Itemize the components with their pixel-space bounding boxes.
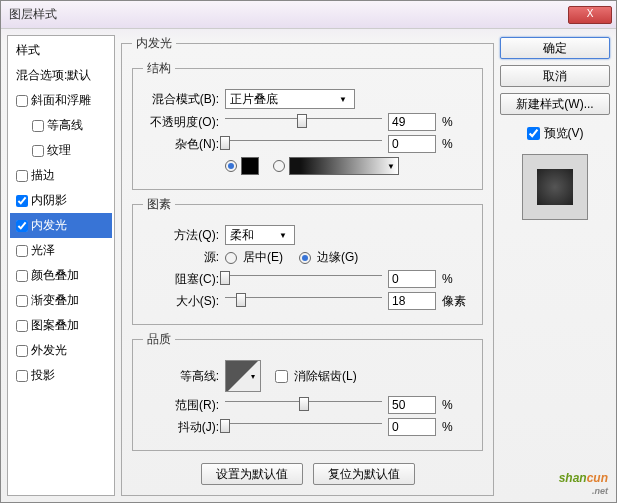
opacity-label: 不透明度(O): (143, 114, 219, 131)
blend-mode-dropdown[interactable]: 正片叠底 ▼ (225, 89, 355, 109)
jitter-input[interactable] (388, 418, 436, 436)
source-edge-label: 边缘(G) (317, 249, 358, 266)
noise-slider[interactable] (225, 136, 382, 152)
jitter-slider[interactable] (225, 419, 382, 435)
style-checkbox[interactable] (16, 95, 28, 107)
noise-label: 杂色(N): (143, 136, 219, 153)
preview-box (522, 154, 588, 220)
style-checkbox[interactable] (32, 120, 44, 132)
source-center-label: 居中(E) (243, 249, 283, 266)
style-item[interactable]: 渐变叠加 (10, 288, 112, 313)
style-item[interactable]: 斜面和浮雕 (10, 88, 112, 113)
cancel-button[interactable]: 取消 (500, 65, 610, 87)
style-item[interactable]: 等高线 (10, 113, 112, 138)
size-input[interactable] (388, 292, 436, 310)
style-checkbox[interactable] (16, 220, 28, 232)
choke-slider[interactable] (225, 271, 382, 287)
opacity-input[interactable] (388, 113, 436, 131)
technique-dropdown[interactable]: 柔和 ▼ (225, 225, 295, 245)
style-item[interactable]: 纹理 (10, 138, 112, 163)
reset-default-button[interactable]: 复位为默认值 (313, 463, 415, 485)
quality-group: 品质 等高线: ▾ 消除锯齿(L) 范围(R): % 抖动(J): (132, 331, 483, 451)
antialias-checkbox[interactable] (275, 370, 288, 383)
contour-picker[interactable]: ▾ (225, 360, 261, 392)
style-checkbox[interactable] (16, 245, 28, 257)
source-label: 源: (143, 249, 219, 266)
blend-mode-label: 混合模式(B): (143, 91, 219, 108)
size-unit: 像素 (442, 293, 472, 310)
style-label: 斜面和浮雕 (31, 92, 91, 109)
watermark: shancun .net (559, 468, 608, 496)
range-input[interactable] (388, 396, 436, 414)
style-item[interactable]: 外发光 (10, 338, 112, 363)
style-item[interactable]: 内阴影 (10, 188, 112, 213)
elements-legend: 图素 (143, 196, 175, 213)
styles-header[interactable]: 样式 (10, 38, 112, 63)
color-swatch[interactable] (241, 157, 259, 175)
antialias-label: 消除锯齿(L) (294, 368, 357, 385)
choke-label: 阻塞(C): (143, 271, 219, 288)
blending-options[interactable]: 混合选项:默认 (10, 63, 112, 88)
style-item[interactable]: 颜色叠加 (10, 263, 112, 288)
style-label: 渐变叠加 (31, 292, 79, 309)
style-label: 内发光 (31, 217, 67, 234)
structure-group: 结构 混合模式(B): 正片叠底 ▼ 不透明度(O): % (132, 60, 483, 190)
effect-panel: 内发光 结构 混合模式(B): 正片叠底 ▼ 不透明度(O): (121, 35, 494, 496)
elements-group: 图素 方法(Q): 柔和 ▼ 源: 居中(E) 边缘(G) (132, 196, 483, 325)
gradient-radio[interactable] (273, 160, 285, 172)
style-checkbox[interactable] (16, 320, 28, 332)
range-unit: % (442, 398, 472, 412)
size-label: 大小(S): (143, 293, 219, 310)
opacity-slider[interactable] (225, 114, 382, 130)
source-center-radio[interactable] (225, 252, 237, 264)
chevron-down-icon: ▼ (384, 162, 398, 171)
style-label: 纹理 (47, 142, 71, 159)
chevron-down-icon: ▼ (336, 95, 350, 104)
style-label: 颜色叠加 (31, 267, 79, 284)
close-button[interactable]: X (568, 6, 612, 24)
styles-list: 样式 混合选项:默认 斜面和浮雕等高线纹理描边内阴影内发光光泽颜色叠加渐变叠加图… (7, 35, 115, 496)
contour-label: 等高线: (143, 368, 219, 385)
style-checkbox[interactable] (16, 345, 28, 357)
range-label: 范围(R): (143, 397, 219, 414)
opacity-unit: % (442, 115, 472, 129)
style-checkbox[interactable] (32, 145, 44, 157)
style-checkbox[interactable] (16, 195, 28, 207)
jitter-label: 抖动(J): (143, 419, 219, 436)
noise-unit: % (442, 137, 472, 151)
style-item[interactable]: 投影 (10, 363, 112, 388)
technique-label: 方法(Q): (143, 227, 219, 244)
style-checkbox[interactable] (16, 170, 28, 182)
style-label: 光泽 (31, 242, 55, 259)
color-radio[interactable] (225, 160, 237, 172)
preview-label: 预览(V) (544, 125, 584, 142)
structure-legend: 结构 (143, 60, 175, 77)
style-item[interactable]: 图案叠加 (10, 313, 112, 338)
style-label: 描边 (31, 167, 55, 184)
jitter-unit: % (442, 420, 472, 434)
ok-button[interactable]: 确定 (500, 37, 610, 59)
style-checkbox[interactable] (16, 370, 28, 382)
style-item[interactable]: 光泽 (10, 238, 112, 263)
new-style-button[interactable]: 新建样式(W)... (500, 93, 610, 115)
range-slider[interactable] (225, 397, 382, 413)
style-item[interactable]: 描边 (10, 163, 112, 188)
noise-input[interactable] (388, 135, 436, 153)
choke-input[interactable] (388, 270, 436, 288)
effect-title: 内发光 (132, 35, 176, 52)
preview-checkbox[interactable] (527, 127, 540, 140)
chevron-down-icon: ▾ (246, 372, 260, 381)
quality-legend: 品质 (143, 331, 175, 348)
style-label: 投影 (31, 367, 55, 384)
style-label: 外发光 (31, 342, 67, 359)
style-item[interactable]: 内发光 (10, 213, 112, 238)
size-slider[interactable] (225, 293, 382, 309)
style-checkbox[interactable] (16, 295, 28, 307)
titlebar: 图层样式 X (1, 1, 616, 29)
gradient-preview[interactable]: ▼ (289, 157, 399, 175)
source-edge-radio[interactable] (299, 252, 311, 264)
style-label: 图案叠加 (31, 317, 79, 334)
make-default-button[interactable]: 设置为默认值 (201, 463, 303, 485)
style-checkbox[interactable] (16, 270, 28, 282)
choke-unit: % (442, 272, 472, 286)
